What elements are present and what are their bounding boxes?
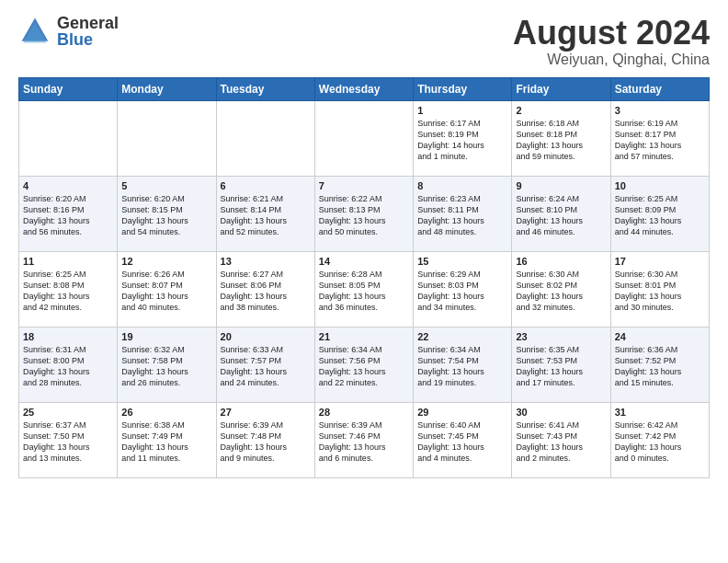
calendar-cell: 11Sunrise: 6:25 AM Sunset: 8:08 PM Dayli… xyxy=(19,251,118,327)
calendar-cell: 13Sunrise: 6:27 AM Sunset: 8:06 PM Dayli… xyxy=(216,251,314,327)
calendar-cell xyxy=(216,100,314,176)
day-info: Sunrise: 6:36 AM Sunset: 7:52 PM Dayligh… xyxy=(615,344,705,389)
header-cell-friday: Friday xyxy=(512,77,610,100)
header-cell-thursday: Thursday xyxy=(414,77,512,100)
day-number: 13 xyxy=(221,256,311,267)
day-info: Sunrise: 6:21 AM Sunset: 8:14 PM Dayligh… xyxy=(221,193,311,238)
day-info: Sunrise: 6:37 AM Sunset: 7:50 PM Dayligh… xyxy=(23,419,113,465)
day-info: Sunrise: 6:39 AM Sunset: 7:46 PM Dayligh… xyxy=(319,419,409,465)
calendar-cell: 24Sunrise: 6:36 AM Sunset: 7:52 PM Dayli… xyxy=(610,327,709,402)
day-info: Sunrise: 6:42 AM Sunset: 7:42 PM Dayligh… xyxy=(615,419,705,465)
day-info: Sunrise: 6:22 AM Sunset: 8:13 PM Dayligh… xyxy=(319,193,409,238)
day-number: 22 xyxy=(417,331,507,342)
day-number: 20 xyxy=(221,331,311,342)
main-title: August 2024 xyxy=(513,15,710,52)
day-number: 16 xyxy=(516,256,606,267)
day-info: Sunrise: 6:30 AM Sunset: 8:01 PM Dayligh… xyxy=(615,269,705,314)
day-number: 29 xyxy=(417,407,507,418)
logo-blue-text: Blue xyxy=(57,31,119,48)
header-cell-sunday: Sunday xyxy=(19,77,118,100)
calendar-cell: 18Sunrise: 6:31 AM Sunset: 8:00 PM Dayli… xyxy=(19,327,118,402)
day-info: Sunrise: 6:23 AM Sunset: 8:11 PM Dayligh… xyxy=(417,193,507,238)
day-number: 25 xyxy=(23,407,113,418)
calendar-cell: 8Sunrise: 6:23 AM Sunset: 8:11 PM Daylig… xyxy=(414,176,512,251)
calendar-cell: 22Sunrise: 6:34 AM Sunset: 7:54 PM Dayli… xyxy=(414,327,512,402)
calendar-cell: 4Sunrise: 6:20 AM Sunset: 8:16 PM Daylig… xyxy=(19,176,118,251)
day-number: 31 xyxy=(615,407,705,418)
logo-text: General Blue xyxy=(57,15,119,48)
calendar-cell: 1Sunrise: 6:17 AM Sunset: 8:19 PM Daylig… xyxy=(414,100,512,176)
day-info: Sunrise: 6:30 AM Sunset: 8:02 PM Dayligh… xyxy=(516,269,606,314)
header: General Blue August 2024 Weiyuan, Qingha… xyxy=(18,15,710,68)
calendar-cell: 2Sunrise: 6:18 AM Sunset: 8:18 PM Daylig… xyxy=(512,100,610,176)
week-row-4: 25Sunrise: 6:37 AM Sunset: 7:50 PM Dayli… xyxy=(19,402,710,477)
title-block: August 2024 Weiyuan, Qinghai, China xyxy=(513,15,710,68)
day-number: 14 xyxy=(319,256,409,267)
calendar-cell: 5Sunrise: 6:20 AM Sunset: 8:15 PM Daylig… xyxy=(118,176,216,251)
day-info: Sunrise: 6:39 AM Sunset: 7:48 PM Dayligh… xyxy=(221,419,311,465)
day-info: Sunrise: 6:25 AM Sunset: 8:08 PM Dayligh… xyxy=(23,269,113,314)
day-info: Sunrise: 6:18 AM Sunset: 8:18 PM Dayligh… xyxy=(516,118,606,163)
day-number: 7 xyxy=(319,180,409,191)
header-cell-saturday: Saturday xyxy=(610,77,709,100)
day-number: 5 xyxy=(121,180,211,191)
day-number: 27 xyxy=(221,407,311,418)
day-info: Sunrise: 6:19 AM Sunset: 8:17 PM Dayligh… xyxy=(615,118,705,163)
day-info: Sunrise: 6:31 AM Sunset: 8:00 PM Dayligh… xyxy=(23,344,113,389)
day-info: Sunrise: 6:24 AM Sunset: 8:10 PM Dayligh… xyxy=(516,193,606,238)
day-info: Sunrise: 6:32 AM Sunset: 7:58 PM Dayligh… xyxy=(121,344,211,389)
day-number: 26 xyxy=(121,407,211,418)
day-number: 24 xyxy=(615,331,705,342)
day-info: Sunrise: 6:40 AM Sunset: 7:45 PM Dayligh… xyxy=(417,419,507,465)
calendar-table: SundayMondayTuesdayWednesdayThursdayFrid… xyxy=(18,77,710,478)
calendar-cell: 31Sunrise: 6:42 AM Sunset: 7:42 PM Dayli… xyxy=(610,402,709,477)
day-number: 1 xyxy=(417,105,507,116)
day-info: Sunrise: 6:25 AM Sunset: 8:09 PM Dayligh… xyxy=(615,193,705,238)
calendar-cell xyxy=(19,100,118,176)
calendar-cell: 9Sunrise: 6:24 AM Sunset: 8:10 PM Daylig… xyxy=(512,176,610,251)
header-cell-monday: Monday xyxy=(118,77,216,100)
day-info: Sunrise: 6:26 AM Sunset: 8:07 PM Dayligh… xyxy=(121,269,211,314)
week-row-3: 18Sunrise: 6:31 AM Sunset: 8:00 PM Dayli… xyxy=(19,327,710,402)
day-info: Sunrise: 6:41 AM Sunset: 7:43 PM Dayligh… xyxy=(516,419,606,465)
calendar-cell: 28Sunrise: 6:39 AM Sunset: 7:46 PM Dayli… xyxy=(314,402,413,477)
logo-icon xyxy=(18,15,51,48)
calendar-cell: 19Sunrise: 6:32 AM Sunset: 7:58 PM Dayli… xyxy=(118,327,216,402)
day-number: 6 xyxy=(221,180,311,191)
day-info: Sunrise: 6:20 AM Sunset: 8:16 PM Dayligh… xyxy=(23,193,113,238)
calendar-cell xyxy=(118,100,216,176)
day-number: 21 xyxy=(319,331,409,342)
day-number: 30 xyxy=(516,407,606,418)
calendar-cell: 16Sunrise: 6:30 AM Sunset: 8:02 PM Dayli… xyxy=(512,251,610,327)
day-number: 28 xyxy=(319,407,409,418)
day-number: 19 xyxy=(121,331,211,342)
day-number: 17 xyxy=(615,256,705,267)
header-cell-tuesday: Tuesday xyxy=(216,77,314,100)
calendar-cell: 14Sunrise: 6:28 AM Sunset: 8:05 PM Dayli… xyxy=(314,251,413,327)
calendar-cell: 23Sunrise: 6:35 AM Sunset: 7:53 PM Dayli… xyxy=(512,327,610,402)
day-number: 8 xyxy=(417,180,507,191)
day-number: 11 xyxy=(23,256,113,267)
logo-general-text: General xyxy=(57,15,119,31)
page: General Blue August 2024 Weiyuan, Qingha… xyxy=(0,0,728,563)
day-info: Sunrise: 6:29 AM Sunset: 8:03 PM Dayligh… xyxy=(417,269,507,314)
calendar-cell: 15Sunrise: 6:29 AM Sunset: 8:03 PM Dayli… xyxy=(414,251,512,327)
day-info: Sunrise: 6:20 AM Sunset: 8:15 PM Dayligh… xyxy=(121,193,211,238)
calendar-header: SundayMondayTuesdayWednesdayThursdayFrid… xyxy=(19,77,710,100)
day-info: Sunrise: 6:34 AM Sunset: 7:56 PM Dayligh… xyxy=(319,344,409,389)
calendar-cell: 30Sunrise: 6:41 AM Sunset: 7:43 PM Dayli… xyxy=(512,402,610,477)
day-number: 15 xyxy=(417,256,507,267)
day-info: Sunrise: 6:34 AM Sunset: 7:54 PM Dayligh… xyxy=(417,344,507,389)
week-row-0: 1Sunrise: 6:17 AM Sunset: 8:19 PM Daylig… xyxy=(19,100,710,176)
calendar-cell: 29Sunrise: 6:40 AM Sunset: 7:45 PM Dayli… xyxy=(414,402,512,477)
week-row-1: 4Sunrise: 6:20 AM Sunset: 8:16 PM Daylig… xyxy=(19,176,710,251)
day-number: 18 xyxy=(23,331,113,342)
calendar-cell: 10Sunrise: 6:25 AM Sunset: 8:09 PM Dayli… xyxy=(610,176,709,251)
calendar-cell: 20Sunrise: 6:33 AM Sunset: 7:57 PM Dayli… xyxy=(216,327,314,402)
calendar-cell: 7Sunrise: 6:22 AM Sunset: 8:13 PM Daylig… xyxy=(314,176,413,251)
calendar-cell: 21Sunrise: 6:34 AM Sunset: 7:56 PM Dayli… xyxy=(314,327,413,402)
day-info: Sunrise: 6:17 AM Sunset: 8:19 PM Dayligh… xyxy=(417,118,507,163)
subtitle: Weiyuan, Qinghai, China xyxy=(513,52,710,68)
day-info: Sunrise: 6:38 AM Sunset: 7:49 PM Dayligh… xyxy=(121,419,211,465)
header-row: SundayMondayTuesdayWednesdayThursdayFrid… xyxy=(19,77,710,100)
